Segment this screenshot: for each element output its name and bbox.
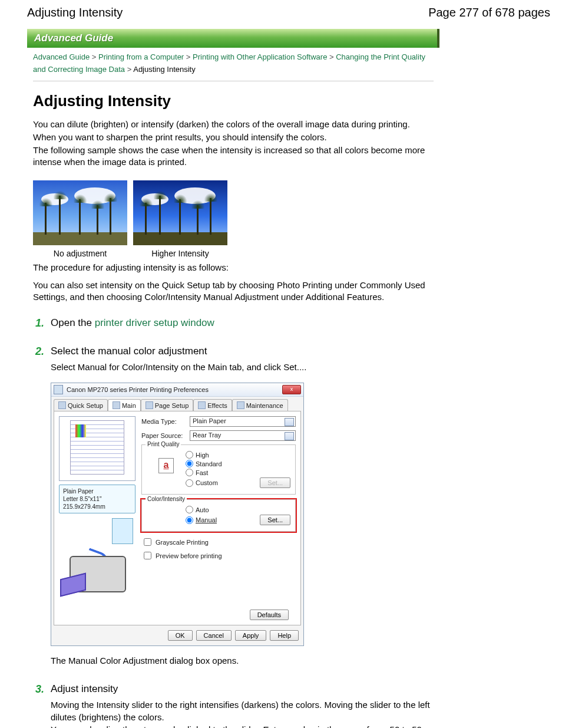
quality-fast-radio[interactable] (186, 469, 193, 476)
radio-label: Standard (196, 460, 222, 467)
crumb-printing-computer[interactable]: Printing from a Computer (98, 52, 184, 61)
quality-set-button[interactable]: Set... (260, 477, 290, 488)
print-quality-group: Print Quality a High Standard Fast Custo… (141, 444, 296, 495)
radio-label: Fast (196, 469, 208, 476)
tab-effects[interactable]: Effects (193, 399, 232, 411)
main-icon (113, 401, 120, 409)
tab-main[interactable]: Main (108, 399, 141, 411)
tab-label: Quick Setup (68, 402, 103, 409)
step2-body: Select Manual for Color/Intensity on the… (51, 361, 434, 373)
page-title: Adjusting Intensity (33, 92, 434, 110)
ok-button[interactable]: OK (168, 630, 193, 641)
step2-after: The Manual Color Adjustment dialog box o… (51, 654, 434, 667)
intro-p3: The following sample shows the case when… (33, 144, 434, 169)
printer-illustration (59, 548, 135, 601)
quick-setup-note: You can also set intensity on the Quick … (33, 279, 434, 304)
printer-driver-setup-link[interactable]: printer driver setup window (95, 317, 214, 328)
grayscale-checkbox[interactable] (144, 538, 151, 546)
apply-button[interactable]: Apply (235, 630, 267, 641)
divider (33, 81, 434, 81)
paper-info-box: Plain Paper Letter 8.5"x11" 215.9x279.4m… (59, 485, 135, 513)
crumb-advanced-guide[interactable]: Advanced Guide (33, 52, 90, 61)
paper-source-combo[interactable]: Rear Tray (190, 430, 296, 441)
combo-value: Rear Tray (193, 431, 221, 439)
tab-page-setup[interactable]: Page Setup (141, 399, 194, 411)
doc-title: Adjusting Intensity (27, 6, 123, 19)
tab-quick-setup[interactable]: Quick Setup (54, 399, 108, 411)
quality-standard-radio[interactable] (186, 460, 193, 467)
crumb-sep: > (92, 52, 97, 61)
chevron-down-icon (288, 421, 292, 423)
media-type-label: Media Type: (141, 418, 186, 425)
cancel-button[interactable]: Cancel (196, 630, 232, 641)
color-intensity-group: Color/Intensity Auto Manual Set... (141, 499, 296, 532)
tab-label: Effects (207, 402, 227, 409)
radio-label: Custom (196, 479, 218, 486)
checkbox-label: Preview before printing (156, 552, 222, 559)
tab-maintenance[interactable]: Maintenance (232, 399, 288, 411)
radio-label: Manual (196, 516, 217, 523)
step2-head: Select the manual color adjustment (51, 345, 434, 357)
step-number-2: 2. (35, 345, 44, 358)
sample-caption-1: No adjustment (33, 249, 127, 258)
quality-high-radio[interactable] (186, 451, 193, 459)
quality-custom-radio[interactable] (186, 479, 193, 487)
maintenance-icon (237, 401, 244, 409)
step1-pre: Open the (51, 317, 95, 328)
group-title: Print Quality (146, 441, 181, 447)
intro-p1: You can dilute (brighten) or intensify (… (33, 118, 434, 130)
orientation-icon (112, 518, 133, 544)
info-size: Letter 8.5"x11" 215.9x279.4mm (63, 495, 131, 510)
sample-image-original (33, 180, 127, 245)
crumb-current: Adjusting Intensity (133, 65, 196, 74)
crumb-sep: > (127, 65, 132, 74)
page-preview (59, 416, 135, 481)
crumb-sep: > (329, 52, 334, 61)
tab-label: Main (122, 402, 136, 409)
radio-label: Auto (196, 506, 209, 513)
combo-value: Plain Paper (193, 417, 226, 424)
dialog-tabs: Quick Setup Main Page Setup Effects Main… (51, 397, 303, 411)
page-setup-icon (146, 401, 153, 409)
crumb-other-app[interactable]: Printing with Other Application Software (193, 52, 327, 61)
page-counter: Page 277 of 678 pages (428, 6, 550, 19)
step3-head: Adjust intensity (51, 683, 434, 695)
crumb-sep: > (186, 52, 191, 61)
quality-sample-icon: a (158, 458, 174, 473)
paper-source-label: Paper Source: (141, 432, 186, 439)
procedure-intro: The procedure for adjusting intensity is… (33, 262, 434, 274)
effects-icon (198, 401, 206, 409)
step3-p2: You can also directly enter a value link… (51, 723, 434, 728)
dialog-footer: OK Cancel Apply Help (51, 625, 303, 645)
chevron-down-icon (288, 435, 292, 437)
color-set-button[interactable]: Set... (260, 515, 290, 525)
dialog-titlebar: Canon MP270 series Printer Printing Pref… (51, 383, 303, 397)
step3-p1: Moving the Intensity slider to the right… (51, 699, 434, 723)
breadcrumb: Advanced Guide > Printing from a Compute… (27, 48, 439, 81)
printing-preferences-dialog: Canon MP270 series Printer Printing Pref… (51, 383, 304, 646)
sample-image-intense (133, 180, 227, 245)
media-type-combo[interactable]: Plain Paper (190, 416, 296, 427)
intro-p2: When you want to sharpen the print resul… (33, 131, 434, 143)
step-number-1: 1. (35, 317, 44, 330)
banner-advanced-guide: Advanced Guide (27, 29, 439, 48)
radio-label: High (196, 452, 209, 459)
step-number-3: 3. (35, 683, 44, 696)
quick-setup-icon (58, 401, 66, 409)
step1-head: Open the printer driver setup window (51, 317, 434, 329)
printer-icon (54, 385, 63, 394)
preview-checkbox[interactable] (144, 552, 151, 559)
sample-images-row: No adjustment Higher Intensity (33, 180, 434, 258)
color-auto-radio[interactable] (186, 506, 193, 513)
help-button[interactable]: Help (270, 630, 299, 641)
tab-label: Page Setup (155, 402, 189, 409)
tab-label: Maintenance (246, 402, 283, 409)
close-button[interactable]: x (282, 385, 301, 394)
sample-caption-2: Higher Intensity (133, 249, 227, 258)
color-manual-radio[interactable] (186, 516, 193, 524)
defaults-button[interactable]: Defaults (250, 610, 289, 620)
dialog-title: Canon MP270 series Printer Printing Pref… (67, 386, 282, 393)
checkbox-label: Grayscale Printing (156, 539, 209, 546)
info-media: Plain Paper (63, 487, 131, 495)
group-title: Color/Intensity (146, 496, 187, 502)
